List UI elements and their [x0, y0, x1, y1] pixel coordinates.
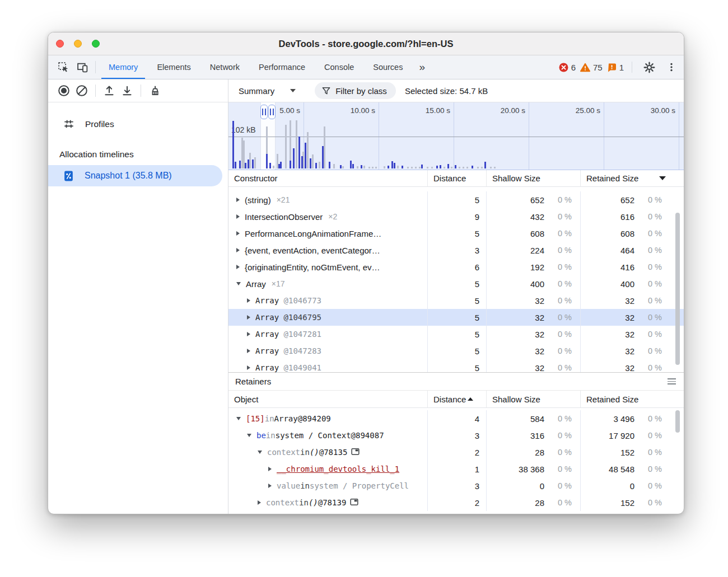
- warning-icon: [580, 63, 590, 72]
- col-header-retained-size[interactable]: Retained Size: [580, 391, 684, 407]
- expand-arrow-icon[interactable]: [268, 467, 272, 471]
- scrollbar-thumb[interactable]: [675, 410, 680, 433]
- close-window-button[interactable]: [56, 40, 64, 48]
- collapse-arrow-icon[interactable]: [236, 282, 241, 285]
- retainer-row[interactable]: [15] in Array @89420945840 %3 4960 %: [228, 410, 684, 427]
- distance-cell: 5: [427, 225, 486, 242]
- constructor-row[interactable]: Array @10490415320 %320 %: [228, 359, 684, 372]
- title-bar[interactable]: DevTools - store.google.com/?hl=en-US: [48, 32, 684, 55]
- retainer-row[interactable]: __chromium_devtools_kill_1138 3680 %48 5…: [228, 461, 684, 477]
- tab-performance[interactable]: Performance: [249, 55, 315, 79]
- allocation-bar-freed: [459, 167, 460, 168]
- constructor-name-cell: {event, eventAction, eventCategor…: [228, 242, 427, 259]
- size-cell: 320 %: [486, 343, 580, 359]
- expand-arrow-icon[interactable]: [236, 248, 240, 252]
- retainer-row[interactable]: value in system / PropertyCell300 %00 %: [228, 477, 684, 494]
- console-errors-badge[interactable]: 6: [559, 63, 576, 72]
- retainers-menu-icon[interactable]: [668, 378, 676, 384]
- memory-toolbar-left: [48, 79, 228, 102]
- load-profile-icon[interactable]: [100, 82, 118, 100]
- settings-gear-icon[interactable]: [640, 58, 658, 76]
- allocation-bar-freed: [411, 167, 413, 168]
- toggle-device-toolbar-icon[interactable]: [73, 55, 92, 79]
- constructor-row[interactable]: Array @10472815320 %320 %: [228, 326, 684, 343]
- size-cell: 6520 %: [580, 191, 670, 208]
- allocation-bar-freed: [254, 157, 256, 168]
- col-header-shallow-size[interactable]: Shallow Size: [486, 391, 580, 407]
- sidebar-item-profiles[interactable]: Profiles: [48, 114, 228, 135]
- expand-arrow-icon[interactable]: [236, 198, 240, 202]
- filter-by-class-input[interactable]: Filter by class: [315, 82, 396, 99]
- constructor-row[interactable]: PerformanceLongAnimationFrame…56080 %608…: [228, 225, 684, 242]
- perspective-select[interactable]: Summary: [237, 86, 302, 96]
- tune-icon: [63, 118, 75, 130]
- reveal-in-sources-icon[interactable]: [350, 498, 358, 508]
- col-header-retained-size[interactable]: Retained Size: [580, 170, 684, 186]
- expand-arrow-icon[interactable]: [258, 500, 261, 505]
- retainer-row[interactable]: context in () @781392280 %1520 %: [228, 494, 684, 511]
- zoom-window-button[interactable]: [92, 40, 100, 48]
- distance-cell: 5: [427, 191, 486, 208]
- retainer-row[interactable]: be in system / Context @89408733160 %17 …: [228, 427, 684, 444]
- save-profile-icon[interactable]: [118, 82, 136, 100]
- tab-console[interactable]: Console: [315, 55, 363, 79]
- constructor-row[interactable]: IntersectionObserver×294320 %6160 %: [228, 208, 684, 225]
- tab-sources[interactable]: Sources: [363, 55, 412, 79]
- retainer-row[interactable]: context in () @781352280 %1520 %: [228, 444, 684, 461]
- expand-arrow-icon[interactable]: [268, 484, 272, 488]
- scrollbar-thumb[interactable]: [675, 213, 680, 365]
- expand-arrow-icon[interactable]: [247, 298, 250, 303]
- tab-network[interactable]: Network: [200, 55, 249, 79]
- collapse-arrow-icon[interactable]: [236, 417, 241, 420]
- distance-cell: 5: [427, 309, 486, 326]
- constructor-row[interactable]: {originatingEntity, noGtmEvent, ev…61920…: [228, 259, 684, 275]
- col-header-constructor[interactable]: Constructor: [228, 170, 427, 186]
- selection-grip-handle[interactable]: [268, 105, 276, 119]
- col-header-shallow-size[interactable]: Shallow Size: [486, 170, 580, 186]
- constructor-name-cell: {originatingEntity, noGtmEvent, ev…: [228, 259, 427, 275]
- col-header-distance[interactable]: Distance: [427, 391, 486, 407]
- sidebar-item-snapshot[interactable]: Snapshot 1 (35.8 MB): [48, 165, 222, 186]
- kebab-menu-icon[interactable]: [662, 58, 680, 76]
- inspect-element-icon[interactable]: [54, 55, 73, 79]
- more-tabs-button[interactable]: »: [412, 55, 432, 79]
- expand-arrow-icon[interactable]: [236, 231, 240, 236]
- col-header-object[interactable]: Object: [228, 391, 427, 407]
- divider: [632, 62, 632, 73]
- collapse-arrow-icon[interactable]: [258, 451, 262, 454]
- record-heap-icon[interactable]: [55, 82, 73, 100]
- constructor-row[interactable]: (string)×2156520 %6520 %: [228, 191, 684, 208]
- selection-grip-handle[interactable]: [260, 105, 268, 119]
- expand-arrow-icon[interactable]: [247, 332, 250, 336]
- allocation-timeline-overview[interactable]: 5.00 s10.00 s15.00 s20.00 s25.00 s30.00 …: [228, 102, 684, 170]
- constructor-row[interactable]: Array @10467955320 %320 %: [228, 309, 684, 326]
- constructor-row[interactable]: {event, eventAction, eventCategor…32240 …: [228, 242, 684, 259]
- collapse-arrow-icon[interactable]: [247, 434, 251, 437]
- minimize-window-button[interactable]: [74, 40, 82, 48]
- size-cell: 320 %: [486, 326, 580, 343]
- expand-arrow-icon[interactable]: [247, 349, 250, 353]
- allocation-bar-freed: [342, 166, 344, 168]
- constructor-row[interactable]: Array @10467735320 %320 %: [228, 292, 684, 309]
- chevron-down-icon: [290, 89, 296, 92]
- col-header-distance[interactable]: Distance: [427, 170, 486, 186]
- reveal-in-sources-icon[interactable]: [351, 448, 360, 457]
- allocation-bar-freed: [477, 167, 479, 168]
- selected-size-status: Selected size: 54.7 kB: [405, 86, 488, 96]
- tab-elements[interactable]: Elements: [147, 55, 200, 79]
- expand-arrow-icon[interactable]: [236, 265, 240, 269]
- constructor-row[interactable]: Array×1754000 %4000 %: [228, 275, 684, 292]
- allocation-bar-live: [310, 158, 311, 168]
- allocation-bar-live: [329, 162, 330, 168]
- expand-arrow-icon[interactable]: [247, 365, 250, 370]
- tab-memory[interactable]: Memory: [99, 55, 147, 79]
- collect-garbage-icon[interactable]: [146, 82, 164, 100]
- issues-badge[interactable]: 1: [607, 63, 624, 72]
- expand-arrow-icon[interactable]: [236, 214, 240, 219]
- allocation-bar-freed: [357, 166, 358, 168]
- console-warnings-badge[interactable]: 75: [580, 63, 603, 72]
- expand-arrow-icon[interactable]: [247, 315, 250, 320]
- clear-profiles-icon[interactable]: [73, 82, 91, 100]
- size-cell: 2240 %: [486, 242, 580, 259]
- constructor-row[interactable]: Array @10472835320 %320 %: [228, 343, 684, 359]
